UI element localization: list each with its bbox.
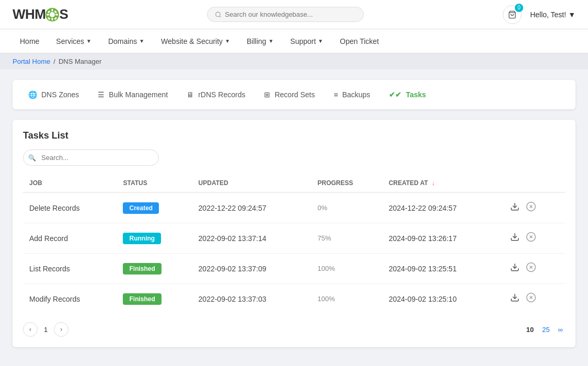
row-actions <box>508 290 559 307</box>
logo-gear-icon <box>45 8 59 21</box>
cell-job: List Records <box>23 254 117 284</box>
page-size-25[interactable]: 25 <box>540 325 551 335</box>
tab-rdns-records[interactable]: 🖥 rDNS Records <box>179 86 252 103</box>
cell-progress: 100% <box>311 254 382 284</box>
next-page-button[interactable]: › <box>54 322 68 337</box>
col-created-at[interactable]: CREATED AT ↓ <box>383 174 502 192</box>
breadcrumb-separator: / <box>53 58 55 65</box>
globe-icon: 🌐 <box>28 90 37 99</box>
nav-open-ticket[interactable]: Open Ticket <box>332 32 386 51</box>
download-icon <box>510 202 520 211</box>
col-job: JOB <box>23 174 117 192</box>
breadcrumb-portal-home[interactable]: Portal Home <box>13 58 50 65</box>
cart-icon <box>508 10 516 19</box>
table-row: Delete Records Created 2022-12-22 09:24:… <box>23 192 565 223</box>
col-progress: PROGRESS <box>311 174 382 192</box>
cancel-button[interactable] <box>524 290 538 307</box>
tab-record-sets[interactable]: ⊞ Record Sets <box>257 86 322 103</box>
status-badge: Finished <box>123 263 161 274</box>
footer: Powered by WHMCompleteSolution <box>0 358 588 366</box>
tab-dns-zones-label: DNS Zones <box>41 90 79 99</box>
cancel-button[interactable] <box>524 230 538 247</box>
svg-rect-5 <box>55 14 58 15</box>
cart-button[interactable]: 0 <box>503 5 522 24</box>
download-button[interactable] <box>508 200 522 216</box>
tab-bulk-management[interactable]: ☰ Bulk Management <box>90 86 175 103</box>
search-bar[interactable] <box>207 7 364 22</box>
search-icon <box>215 11 222 18</box>
table-row: Modify Records Finished 2022-09-02 13:37… <box>23 284 565 314</box>
prev-page-button[interactable]: ‹ <box>23 322 38 337</box>
download-icon <box>510 293 520 302</box>
user-menu[interactable]: Hello, Test! ▼ <box>530 10 575 19</box>
tab-tasks[interactable]: ✔✔ Tasks <box>382 86 433 103</box>
tab-tasks-label: Tasks <box>406 90 426 99</box>
billing-chevron-icon: ▼ <box>268 38 273 44</box>
tab-rdns-records-label: rDNS Records <box>198 90 245 99</box>
cell-progress: 75% <box>311 223 382 254</box>
page-size-10[interactable]: 10 <box>524 325 536 335</box>
top-right-area: 0 Hello, Test! ▼ <box>503 5 575 24</box>
top-bar: WHM S 0 Hello, Test! ▼ <box>0 0 588 29</box>
search-filter-wrap <box>23 150 159 166</box>
services-chevron-icon: ▼ <box>86 38 91 44</box>
nav-website-security[interactable]: Website & Security ▼ <box>154 32 237 51</box>
tasks-table-header: JOB STATUS UPDATED PROGRESS CREATED AT ↓ <box>23 174 565 192</box>
svg-point-1 <box>50 12 55 17</box>
logo-text-s: S <box>59 6 68 22</box>
cell-job: Modify Records <box>23 284 117 314</box>
backup-icon: ≡ <box>334 90 338 99</box>
nav-billing[interactable]: Billing ▼ <box>239 32 281 51</box>
svg-rect-2 <box>52 9 53 12</box>
cell-actions <box>502 254 565 284</box>
tasks-table-card: Tasks List JOB STATUS UPDATED PROGRESS C… <box>13 120 575 347</box>
cell-updated: 2022-09-02 13:37:09 <box>192 254 312 284</box>
list-icon: ☰ <box>98 90 105 99</box>
user-menu-chevron-icon: ▼ <box>568 10 575 19</box>
tab-backups[interactable]: ≡ Backups <box>327 86 378 103</box>
search-filter <box>23 150 565 166</box>
server-icon: 🖥 <box>187 90 194 99</box>
cell-job: Delete Records <box>23 192 117 223</box>
main-content: 🌐 DNS Zones ☰ Bulk Management 🖥 rDNS Rec… <box>0 70 588 358</box>
pagination: ‹ 1 › 10 25 ∞ <box>23 314 565 337</box>
col-actions <box>502 174 565 192</box>
download-button[interactable] <box>508 291 522 307</box>
nav-services[interactable]: Services ▼ <box>49 32 99 51</box>
cell-updated: 2022-12-22 09:24:57 <box>192 192 312 223</box>
cell-updated: 2022-09-02 13:37:14 <box>192 223 312 254</box>
row-actions <box>508 230 559 247</box>
cell-status: Finished <box>117 254 192 284</box>
tab-bulk-management-label: Bulk Management <box>109 90 168 99</box>
svg-rect-3 <box>52 18 53 20</box>
tab-backups-label: Backups <box>342 90 371 99</box>
cancel-icon <box>526 292 536 303</box>
cell-created-at: 2024-09-02 13:25:10 <box>383 284 502 314</box>
page-size-all[interactable]: ∞ <box>556 325 565 335</box>
cancel-button[interactable] <box>524 260 538 277</box>
tasks-search-input[interactable] <box>23 150 159 166</box>
page-sizes: 10 25 ∞ <box>524 325 565 335</box>
table-row: Add Record Running 2022-09-02 13:37:14 7… <box>23 223 565 254</box>
row-actions <box>508 199 559 216</box>
cell-actions <box>502 284 565 314</box>
cell-job: Add Record <box>23 223 117 254</box>
download-button[interactable] <box>508 230 522 246</box>
cancel-icon <box>526 262 536 272</box>
tab-record-sets-label: Record Sets <box>274 90 315 99</box>
cancel-button[interactable] <box>524 199 538 216</box>
domains-chevron-icon: ▼ <box>139 38 144 44</box>
col-updated: UPDATED <box>192 174 312 192</box>
download-button[interactable] <box>508 260 522 277</box>
knowledgebase-search-input[interactable] <box>225 10 356 18</box>
svg-line-11 <box>220 16 221 17</box>
nav-domains[interactable]: Domains ▼ <box>101 32 152 51</box>
tasks-list-title: Tasks List <box>23 130 565 141</box>
nav-home[interactable]: Home <box>13 32 47 51</box>
download-icon <box>510 232 520 242</box>
tab-dns-zones[interactable]: 🌐 DNS Zones <box>21 86 86 103</box>
nav-support[interactable]: Support ▼ <box>283 32 330 51</box>
breadcrumb-current: DNS Manager <box>59 58 101 65</box>
tasks-table: JOB STATUS UPDATED PROGRESS CREATED AT ↓… <box>23 174 565 314</box>
svg-rect-4 <box>47 14 49 15</box>
